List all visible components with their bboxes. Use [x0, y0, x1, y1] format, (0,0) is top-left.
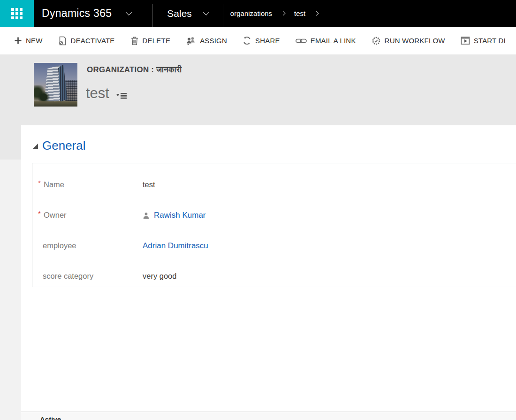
left-gutter	[0, 160, 21, 420]
email-a-link-button[interactable]: EMAIL A LINK	[296, 37, 356, 45]
brand-label: Dynamics 365	[42, 7, 112, 20]
start-dialog-icon	[461, 36, 470, 45]
breadcrumb-item-organizations[interactable]: organizations	[230, 9, 272, 17]
general-fields-box: * Name test * Owner Rawish Kumar	[32, 163, 516, 287]
field-value-employee[interactable]: Adrian Dumitrascu	[143, 241, 208, 251]
field-value-name[interactable]: test	[143, 180, 155, 189]
field-label-score-category: score category	[43, 272, 93, 281]
top-navbar: Dynamics 365 Sales organizations test	[0, 0, 516, 27]
collapse-triangle-icon	[33, 144, 38, 149]
run-workflow-button[interactable]: RUN WORKFLOW	[372, 36, 445, 46]
navbar-divider	[223, 4, 223, 27]
field-value-owner[interactable]: Rawish Kumar	[143, 211, 206, 220]
breadcrumb-item-test[interactable]: test	[294, 9, 305, 17]
record-status-footer: Active	[21, 412, 516, 420]
workflow-gear-icon	[372, 36, 381, 46]
share-button[interactable]: SHARE	[243, 36, 280, 45]
required-marker: *	[38, 179, 43, 187]
section-title: General	[42, 138, 86, 153]
section-header-general[interactable]: General	[33, 138, 86, 153]
area-label: Sales	[167, 8, 192, 19]
entity-type-label: ORGANIZATION : जानकारी	[87, 65, 182, 75]
assign-button[interactable]: ASSIGN	[186, 36, 227, 45]
plus-icon	[14, 37, 22, 45]
chevron-down-icon	[126, 9, 132, 15]
breadcrumb-chevron-icon	[281, 11, 286, 16]
field-row-owner: * Owner Rawish Kumar	[32, 200, 516, 230]
start-dialog-button[interactable]: START DI	[461, 36, 506, 45]
field-row-score-category: score category very good	[32, 261, 516, 291]
assign-people-icon	[186, 36, 196, 45]
organization-photo[interactable]	[34, 63, 77, 107]
chevron-down-icon	[203, 9, 209, 15]
form-body-card: General * Name test * Owner	[21, 125, 516, 420]
command-bar: NEW DEACTIVATE DELETE	[0, 27, 516, 54]
trash-icon	[130, 36, 139, 46]
field-label-owner: Owner	[44, 211, 67, 220]
owner-link[interactable]: Rawish Kumar	[154, 211, 206, 220]
area-menu[interactable]: Sales	[153, 0, 223, 27]
record-title-row: test	[86, 85, 127, 102]
breadcrumb: organizations test	[230, 0, 327, 27]
deactivate-button[interactable]: DEACTIVATE	[58, 36, 115, 46]
photo-ground	[34, 101, 77, 107]
app-launcher-button[interactable]	[0, 0, 34, 27]
field-label-name: Name	[44, 180, 64, 189]
status-badge: Active	[40, 415, 516, 420]
deactivate-page-icon	[58, 36, 67, 46]
person-icon	[143, 212, 150, 219]
required-marker: *	[38, 209, 43, 217]
share-arrows-icon	[243, 36, 251, 45]
field-label-employee: employee	[43, 241, 76, 250]
breadcrumb-chevron-icon	[314, 11, 319, 16]
record-title: test	[86, 85, 109, 102]
employee-link[interactable]: Adrian Dumitrascu	[143, 241, 208, 251]
waffle-grid-icon	[11, 8, 23, 19]
brand-menu[interactable]: Dynamics 365	[34, 0, 152, 27]
delete-button[interactable]: DELETE	[130, 36, 171, 46]
chain-link-icon	[296, 38, 307, 44]
field-value-score-category[interactable]: very good	[143, 272, 176, 281]
dynamics365-organization-form: Dynamics 365 Sales organizations test NE…	[0, 0, 516, 420]
field-row-name: * Name test	[32, 169, 516, 200]
form-selector-icon[interactable]	[116, 92, 127, 99]
field-row-employee: employee Adrian Dumitrascu	[32, 230, 516, 261]
new-button[interactable]: NEW	[14, 37, 43, 45]
